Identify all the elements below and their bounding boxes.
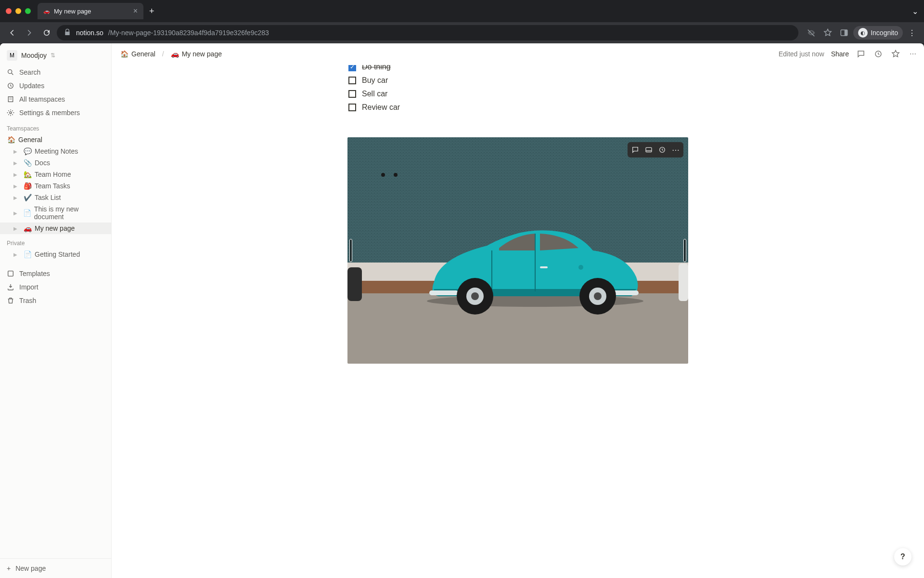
svg-rect-16 [679,263,688,301]
forward-button[interactable] [22,26,37,40]
page-icon: 🎒 [23,182,32,190]
sidebar-page-docs[interactable]: ▶ 📎 Docs [0,157,111,169]
todo-label: Review car [362,103,400,112]
image-block[interactable]: ⋯ [347,137,688,364]
window-zoom-button[interactable] [25,8,31,14]
image-resize-right[interactable] [683,239,686,262]
image-resize-left[interactable] [349,239,352,262]
browser-menu-icon[interactable]: ⋮ [905,26,919,40]
image-more-icon[interactable]: ⋯ [669,143,682,157]
sidebar-trash[interactable]: Trash [0,294,111,307]
page-icon: 📄 [23,250,32,258]
sidebar-page-this-is-my-new-document[interactable]: ▶ 📄 This is my new document [0,203,111,223]
sidebar-page-task-list[interactable]: ▶ ✔️ Task List [0,192,111,203]
share-button[interactable]: Share [831,50,849,58]
page-label: Team Tasks [35,182,70,190]
app-frame: M Moodjoy ⇅ Search Updates All teamspace… [0,43,924,578]
svg-point-2 [8,70,12,74]
chevron-right-icon[interactable]: ▶ [13,172,20,177]
eye-off-icon[interactable] [804,26,819,40]
sidebar-all-teamspaces[interactable]: All teamspaces [0,92,111,106]
checkbox[interactable] [348,104,356,111]
page-icon: 📄 [23,209,31,217]
tabs-dropdown-icon[interactable]: ⌄ [912,7,918,16]
checkbox[interactable] [348,90,356,98]
todo-item[interactable]: Sell car [348,87,688,101]
reload-button[interactable] [39,26,54,40]
download-icon [7,283,14,291]
chevron-right-icon[interactable]: ▶ [13,195,20,200]
image-original-icon[interactable] [655,143,669,157]
todo-item[interactable]: Review car [348,101,688,114]
sidebar-page-getting-started[interactable]: ▶ 📄 Getting Started [0,249,111,260]
teamspace-general[interactable]: 🏠 General [0,134,111,145]
new-tab-button[interactable]: + [149,6,154,16]
svg-rect-4 [8,97,13,102]
svg-rect-26 [540,266,548,268]
svg-rect-18 [429,290,458,295]
image-caption-icon[interactable] [642,143,655,157]
breadcrumb-general[interactable]: 🏠 General [117,48,158,60]
search-icon [7,68,14,76]
main-panel: 🏠 General / 🚗 My new page Edited just no… [112,43,924,578]
sidebar-search[interactable]: Search [0,66,111,79]
chevron-right-icon[interactable]: ▶ [13,160,20,166]
chevron-right-icon[interactable]: ▶ [13,149,20,154]
address-bar[interactable]: notion.so/My-new-page-193190a8239a4f9da7… [57,25,798,40]
chevron-right-icon[interactable]: ▶ [13,184,20,189]
new-page-button[interactable]: + New page [0,558,111,578]
template-icon [7,270,14,277]
sidebar-page-meeting-notes[interactable]: ▶ 💬 Meeting Notes [0,145,111,157]
help-button[interactable]: ? [894,548,911,565]
teamspaces-header: Teamspaces [0,119,111,134]
sidebar-settings[interactable]: Settings & members [0,106,111,119]
workspace-switcher[interactable]: M Moodjoy ⇅ [0,43,111,66]
sidebar-page-team-home[interactable]: ▶ 🏡 Team Home [0,169,111,180]
window-close-button[interactable] [6,8,12,14]
gear-icon [7,109,14,117]
checkbox[interactable] [348,65,356,71]
image-toolbar: ⋯ [628,142,683,158]
page-icon: 💬 [23,147,32,155]
house-icon: 🏠 [120,50,128,58]
todo-label: Buy car [362,76,388,85]
browser-titlebar: 🚗 My new page × + ⌄ [0,0,924,22]
todo-item[interactable]: Do thing [348,65,688,74]
sidebar-templates-label: Templates [19,270,50,277]
sidebar-search-label: Search [19,68,40,76]
sidebar-import[interactable]: Import [0,280,111,294]
todo-item[interactable]: Buy car [348,74,688,87]
checkbox[interactable] [348,77,356,84]
back-button[interactable] [5,26,19,40]
sidebar-updates[interactable]: Updates [0,79,111,92]
comments-icon[interactable] [856,49,866,59]
sidebar-settings-label: Settings & members [19,109,80,117]
sidebar-trash-label: Trash [19,297,36,304]
plus-icon: + [7,565,11,572]
url-path: /My-new-page-193190a8239a4f9da7919e326fe… [108,29,269,37]
chevron-right-icon[interactable]: ▶ [13,226,20,231]
image-comment-icon[interactable] [629,143,642,157]
bookmark-star-icon[interactable] [821,26,835,40]
sidebar-templates[interactable]: Templates [0,267,111,280]
sidebar-page-my-new-page[interactable]: ▶ 🚗 My new page [0,223,111,234]
chevron-right-icon[interactable]: ▶ [13,252,20,257]
private-header: Private [0,234,111,249]
tab-close-icon[interactable]: × [133,7,138,15]
workspace-name: Moodjoy [21,52,47,59]
page-topbar: 🏠 General / 🚗 My new page Edited just no… [112,43,924,65]
todo-list: Do thing Buy car Sell car Review car [347,65,688,114]
panel-icon[interactable] [837,26,851,40]
page-menu-icon[interactable]: ⋯ [908,49,918,59]
incognito-badge[interactable]: ◐ Incognito [853,26,903,39]
page-label: My new page [35,224,75,232]
chevron-right-icon[interactable]: ▶ [13,210,20,216]
window-minimize-button[interactable] [15,8,21,14]
sidebar-page-team-tasks[interactable]: ▶ 🎒 Team Tasks [0,180,111,192]
svg-point-5 [10,112,12,114]
car-icon: 🚗 [171,50,179,58]
history-icon[interactable] [873,49,884,59]
browser-tab[interactable]: 🚗 My new page × [38,3,143,19]
favorite-star-icon[interactable] [890,49,901,59]
breadcrumb-current[interactable]: 🚗 My new page [168,48,225,60]
